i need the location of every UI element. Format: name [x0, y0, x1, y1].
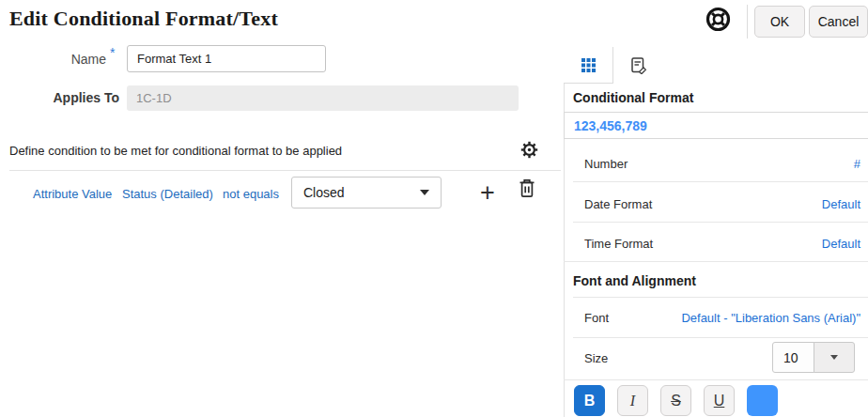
- cancel-button[interactable]: Cancel: [809, 6, 868, 38]
- edit-conditional-format-dialog: Edit Conditional Format/Text OK Cancel N…: [0, 0, 868, 417]
- font-label: Font: [584, 311, 609, 325]
- time-format-label: Time Format: [584, 237, 653, 251]
- underline-button[interactable]: U: [704, 385, 735, 416]
- condition-operator-link[interactable]: not equals: [223, 187, 279, 201]
- condition-field-link[interactable]: Status (Detailed): [122, 187, 213, 201]
- applies-to-label: Applies To: [19, 90, 119, 105]
- header-divider: [747, 5, 748, 39]
- tab-conditional-format[interactable]: [564, 47, 613, 84]
- required-asterisk: *: [110, 45, 115, 60]
- condition-instruction: Define condition to be met for condition…: [9, 144, 342, 158]
- size-input[interactable]: 10: [772, 342, 814, 373]
- condition-type-link[interactable]: Attribute Value: [33, 187, 112, 201]
- format-preview-text: 123,456,789: [574, 118, 647, 133]
- row-divider: [564, 261, 868, 262]
- section-conditional-format-title: Conditional Format: [573, 90, 693, 105]
- chevron-down-icon: [420, 190, 429, 195]
- time-format-value-link[interactable]: Default: [658, 237, 860, 251]
- style-row-divider: [564, 379, 868, 380]
- section-font-alignment-title: Font and Alignment: [573, 273, 696, 288]
- number-label: Number: [584, 157, 628, 171]
- condition-value-selected: Closed: [303, 185, 345, 200]
- row-divider: [573, 222, 868, 223]
- italic-button[interactable]: I: [617, 385, 648, 416]
- format-preview-box: 123,456,789: [564, 112, 868, 139]
- row-divider: [573, 181, 868, 182]
- name-input[interactable]: Format Text 1: [127, 45, 326, 72]
- date-format-label: Date Format: [584, 197, 652, 211]
- condition-divider: [9, 170, 561, 171]
- font-value-link[interactable]: Default - "Liberation Sans (Arial)": [620, 311, 860, 325]
- size-dropdown-button[interactable]: [814, 342, 855, 373]
- size-label: Size: [584, 351, 608, 365]
- grid-icon: [581, 58, 596, 72]
- strikethrough-button[interactable]: S: [660, 385, 691, 416]
- condition-value-select[interactable]: Closed: [291, 177, 442, 208]
- row-divider: [573, 297, 868, 298]
- date-format-value-link[interactable]: Default: [658, 197, 860, 211]
- name-label: Name: [28, 52, 106, 67]
- tab-edit-properties[interactable]: [613, 47, 662, 83]
- applies-to-field: 1C-1D: [127, 85, 519, 111]
- gear-icon[interactable]: [520, 141, 538, 159]
- add-condition-button[interactable]: +: [474, 177, 501, 208]
- ok-button[interactable]: OK: [754, 6, 805, 38]
- help-lifebuoy-icon[interactable]: [705, 7, 731, 32]
- chevron-down-icon: [830, 355, 838, 360]
- page-title: Edit Conditional Format/Text: [9, 7, 278, 31]
- font-color-swatch[interactable]: [747, 385, 778, 416]
- bold-button[interactable]: B: [574, 385, 605, 416]
- number-value-link[interactable]: #: [658, 157, 860, 171]
- delete-condition-trash-icon[interactable]: [518, 178, 536, 198]
- row-divider: [573, 337, 868, 338]
- panel-divider: [564, 47, 565, 417]
- form-edit-icon: [629, 56, 647, 74]
